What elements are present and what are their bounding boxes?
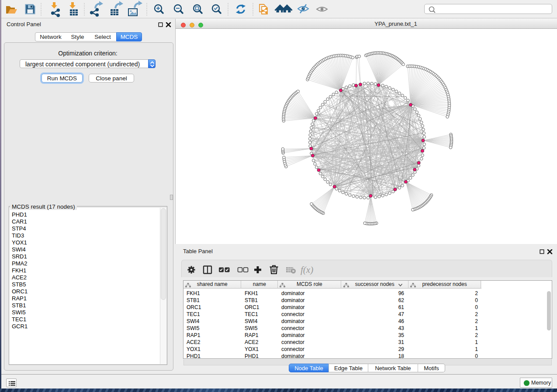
svg-text:f(x): f(x): [301, 265, 313, 275]
